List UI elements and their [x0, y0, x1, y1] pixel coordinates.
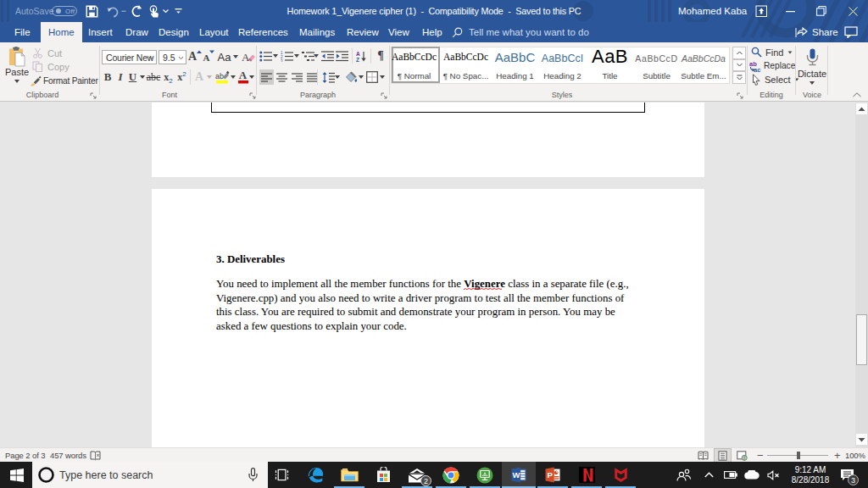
tray-people-icon[interactable]: [673, 462, 693, 488]
tab-mailings[interactable]: Mailings: [292, 22, 342, 42]
tray-onedrive[interactable]: [742, 462, 762, 488]
tab-help[interactable]: Help: [415, 22, 450, 42]
taskbar-green-app[interactable]: [468, 462, 502, 488]
font-color-button[interactable]: A: [237, 69, 248, 85]
change-case-button[interactable]: Aa: [218, 48, 238, 65]
task-view-button[interactable]: [264, 462, 298, 488]
styles-more-button[interactable]: [732, 71, 746, 84]
subscript-button[interactable]: x2: [162, 69, 175, 85]
print-layout-button[interactable]: [714, 448, 732, 463]
share-button[interactable]: Share: [795, 22, 838, 42]
tray-hidden-icons[interactable]: [700, 462, 717, 488]
taskbar-powerpoint[interactable]: P: [536, 462, 570, 488]
line-spacing-button[interactable]: [321, 69, 335, 85]
style-subtle-emphasis[interactable]: AaBbCcDa Subtle Em...: [680, 47, 727, 83]
tray-volume[interactable]: [763, 462, 783, 488]
text-effects-button[interactable]: A: [192, 69, 206, 85]
format-painter-button[interactable]: Format Painter: [30, 75, 99, 87]
shrink-font-button[interactable]: A: [203, 49, 215, 65]
line-spacing-dropdown[interactable]: [334, 69, 341, 85]
text-effects-dropdown[interactable]: [206, 69, 213, 85]
tab-design[interactable]: Design: [151, 22, 197, 42]
proofing-status[interactable]: [90, 448, 101, 463]
find-button[interactable]: Find: [751, 46, 790, 58]
dictate-button[interactable]: Dictate: [797, 46, 827, 86]
tab-insert[interactable]: Insert: [81, 22, 120, 42]
scrollbar-thumb[interactable]: [856, 314, 867, 365]
tab-review[interactable]: Review: [339, 22, 387, 42]
start-button[interactable]: [0, 462, 34, 488]
borders-dropdown[interactable]: [379, 69, 386, 85]
zoom-in-button[interactable]: +: [834, 448, 841, 463]
clipboard-dialog-launcher[interactable]: [89, 92, 97, 100]
page-indicator[interactable]: Page 2 of 3: [5, 448, 46, 463]
font-name-combo[interactable]: Courier New: [102, 50, 157, 64]
taskbar-mail[interactable]: 2: [400, 462, 434, 488]
multilevel-list-button[interactable]: [302, 48, 314, 64]
styles-scroll-down-button[interactable]: [732, 59, 746, 72]
paragraph-dialog-launcher[interactable]: [380, 92, 388, 100]
style-heading2[interactable]: AaBbCcI Heading 2: [540, 47, 585, 83]
comments-button[interactable]: [844, 22, 858, 42]
select-button[interactable]: Select: [751, 73, 793, 86]
styles-scroll-up-button[interactable]: [732, 47, 746, 59]
copy-button[interactable]: Copy: [32, 60, 92, 73]
read-mode-button[interactable]: [694, 448, 712, 463]
increase-indent-button[interactable]: [336, 48, 348, 64]
tab-file[interactable]: File: [7, 22, 38, 42]
tab-layout[interactable]: Layout: [192, 22, 236, 42]
tell-me-search[interactable]: Tell me what you want to do: [452, 22, 589, 42]
multilevel-dropdown[interactable]: [313, 48, 320, 64]
taskbar-chrome[interactable]: [434, 462, 468, 488]
style-normal[interactable]: AaBbCcDc ¶ Normal: [392, 47, 440, 83]
tab-home[interactable]: Home: [41, 22, 82, 42]
style-title[interactable]: AaB Title: [587, 47, 633, 83]
cut-button[interactable]: Cut: [32, 47, 92, 59]
highlight-dropdown[interactable]: [230, 69, 236, 85]
restore-button[interactable]: [804, 0, 838, 22]
decrease-indent-button[interactable]: [321, 48, 334, 64]
style-subtitle[interactable]: AaBbCcD Subtitle: [635, 47, 678, 83]
align-left-button[interactable]: [259, 69, 274, 85]
action-center-button[interactable]: 3: [835, 462, 859, 488]
taskbar-word[interactable]: W: [502, 462, 536, 488]
style-no-spacing[interactable]: AaBbCcDc ¶ No Spac...: [442, 47, 490, 83]
tab-references[interactable]: References: [231, 22, 296, 42]
underline-button[interactable]: U: [127, 69, 138, 85]
clear-formatting-button[interactable]: A: [241, 48, 256, 65]
tray-clock[interactable]: 9:12 AM 8/28/2018: [784, 462, 837, 488]
minimize-button[interactable]: [773, 0, 807, 22]
scroll-up-button[interactable]: [856, 103, 867, 114]
taskbar-store[interactable]: [366, 462, 400, 488]
align-center-button[interactable]: [275, 69, 289, 85]
taskbar-search-box[interactable]: Type here to search: [32, 462, 268, 488]
paste-button[interactable]: Paste: [4, 45, 30, 85]
shading-dropdown[interactable]: [358, 69, 364, 85]
highlight-button[interactable]: ab: [214, 69, 230, 85]
zoom-level[interactable]: 100%: [845, 448, 865, 463]
align-right-button[interactable]: [290, 69, 304, 85]
numbering-dropdown[interactable]: [293, 48, 300, 64]
borders-button[interactable]: [365, 69, 379, 85]
shading-button[interactable]: [343, 69, 358, 85]
italic-button[interactable]: I: [115, 69, 125, 85]
strikethrough-button[interactable]: abc: [146, 69, 161, 85]
zoom-out-button[interactable]: −: [757, 448, 764, 463]
taskbar-file-explorer[interactable]: [332, 462, 366, 488]
sort-button[interactable]: A Z: [355, 48, 368, 64]
taskbar-netflix[interactable]: [570, 462, 604, 488]
grow-font-button[interactable]: A: [188, 48, 202, 65]
bullets-button[interactable]: [259, 48, 271, 64]
document-area[interactable]: 3. Deliverables You need to implement al…: [0, 103, 868, 447]
scroll-down-button[interactable]: [856, 434, 867, 445]
taskbar-mcafee[interactable]: [604, 462, 637, 488]
style-heading1[interactable]: AaBbC Heading 1: [492, 47, 538, 83]
close-button[interactable]: [836, 0, 868, 22]
numbering-button[interactable]: 123: [281, 48, 292, 64]
tab-view[interactable]: View: [381, 22, 417, 42]
bold-button[interactable]: B: [102, 69, 114, 85]
font-size-combo[interactable]: 9.5: [159, 50, 186, 64]
zoom-slider-handle[interactable]: [797, 452, 800, 459]
styles-dialog-launcher[interactable]: [736, 92, 744, 100]
vertical-scrollbar[interactable]: [855, 103, 868, 447]
